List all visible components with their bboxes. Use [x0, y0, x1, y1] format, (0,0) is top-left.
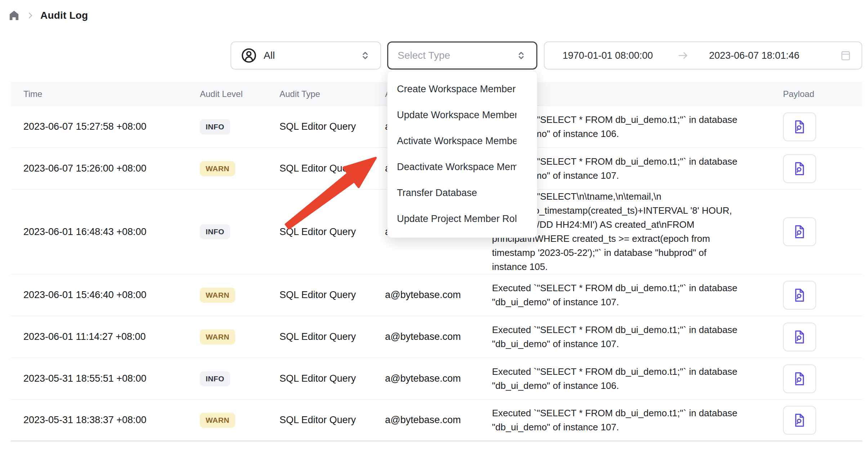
column-header-audit-type: Audit Type [279, 89, 385, 99]
row-time: 2023-06-01 15:46:40 +08:00 [23, 289, 147, 301]
type-dropdown-menu: Create Workspace MemberUpdate Workspace … [387, 71, 537, 238]
row-actor: a@bytebase.com [385, 331, 461, 342]
file-search-icon [792, 118, 807, 136]
row-actor: a@bytebase.com [385, 289, 461, 301]
calendar-icon[interactable] [840, 50, 851, 61]
audit-level-badge: INFO [200, 119, 230, 134]
type-dropdown-option[interactable]: Create Workspace Member [388, 76, 537, 102]
row-comment: Executed `"SELECT * FROM db_ui_demo.t1;"… [492, 281, 737, 309]
file-search-icon [792, 328, 807, 346]
file-search-icon [792, 223, 807, 240]
date-range-picker[interactable]: 1970-01-01 08:00:00 2023-06-07 18:01:46 [544, 41, 862, 70]
row-time: 2023-06-01 16:48:43 +08:00 [23, 226, 147, 238]
chevron-up-down-icon [359, 50, 371, 61]
row-time: 2023-06-07 15:27:58 +08:00 [23, 121, 147, 132]
row-time: 2023-05-31 18:38:37 +08:00 [23, 414, 147, 426]
audit-log-page: Audit Log All Select Type 1970-01-01 08:… [0, 0, 868, 457]
row-audit-type: SQL Editor Query [279, 414, 356, 426]
column-header-payload: Payload [778, 89, 862, 99]
type-dropdown-option-label: Update Project Member Role [397, 213, 516, 225]
row-audit-type: SQL Editor Query [279, 373, 356, 384]
row-audit-type: SQL Editor Query [279, 289, 356, 301]
type-dropdown-option-label: Update Workspace Member [397, 110, 516, 121]
row-time: 2023-06-07 15:26:00 +08:00 [23, 163, 147, 174]
filter-bar: All Select Type 1970-01-01 08:00:00 2023… [231, 41, 862, 70]
row-comment: Executed `"SELECT * FROM db_ui_demo.t1;"… [492, 365, 737, 393]
home-icon [8, 9, 20, 22]
audit-level-badge: INFO [200, 224, 230, 239]
type-dropdown-option-label: Transfer Database [397, 187, 516, 199]
breadcrumb: Audit Log [8, 9, 88, 22]
payload-view-button[interactable] [783, 406, 816, 435]
column-header-time: Time [11, 89, 200, 99]
payload-view-button[interactable] [783, 364, 816, 393]
type-dropdown-option-label: Activate Workspace Member [397, 136, 516, 147]
row-actor: a@bytebase.com [385, 373, 461, 384]
type-filter-select[interactable]: Select Type [387, 41, 537, 70]
table-row: 2023-05-31 18:38:37 +08:00 WARN SQL Edit… [11, 400, 862, 442]
payload-view-button[interactable] [783, 112, 816, 141]
row-audit-type: SQL Editor Query [279, 331, 356, 342]
page-title: Audit Log [40, 10, 88, 21]
table-row: 2023-06-01 11:14:27 +08:00 WARN SQL Edit… [11, 316, 862, 358]
type-dropdown-option-label: Deactivate Workspace Member [397, 161, 516, 173]
date-range-start[interactable]: 1970-01-01 08:00:00 [563, 50, 653, 61]
row-time: 2023-06-01 11:14:27 +08:00 [23, 331, 146, 342]
table-row: 2023-05-31 18:55:51 +08:00 INFO SQL Edit… [11, 358, 862, 400]
file-search-icon [792, 160, 807, 177]
row-audit-type: SQL Editor Query [279, 121, 356, 132]
row-comment: Executed `"SELECT * FROM db_ui_demo.t1;"… [492, 323, 737, 351]
file-search-icon [792, 287, 807, 304]
column-header-audit-level: Audit Level [200, 89, 279, 99]
type-dropdown-option-label: Create Workspace Member [397, 84, 516, 95]
chevron-right-icon [26, 11, 35, 20]
row-comment: Executed `"SELECT * FROM db_ui_demo.t1;"… [492, 406, 737, 434]
row-time: 2023-05-31 18:55:51 +08:00 [23, 373, 147, 384]
row-actor: a@bytebase.com [385, 414, 461, 426]
actor-filter-select[interactable]: All [231, 41, 381, 70]
audit-level-badge: WARN [200, 288, 235, 303]
row-audit-type: SQL Editor Query [279, 163, 356, 174]
actor-filter-value: All [264, 50, 359, 61]
type-filter-placeholder: Select Type [398, 50, 515, 61]
payload-view-button[interactable] [783, 154, 816, 183]
type-dropdown-option[interactable]: Deactivate Workspace Member [388, 154, 537, 180]
type-dropdown-option[interactable]: Activate Workspace Member [388, 128, 537, 154]
table-row: 2023-06-01 15:46:40 +08:00 WARN SQL Edit… [11, 274, 862, 316]
row-audit-type: SQL Editor Query [279, 226, 356, 238]
payload-view-button[interactable] [783, 281, 816, 310]
type-dropdown-option[interactable]: Update Workspace Member [388, 102, 537, 128]
audit-level-badge: WARN [200, 329, 235, 345]
chevron-up-down-icon [515, 50, 527, 61]
audit-level-badge: WARN [200, 161, 235, 176]
file-search-icon [792, 370, 807, 387]
type-dropdown-option[interactable]: Transfer Database [388, 180, 537, 206]
date-range-end[interactable]: 2023-06-07 18:01:46 [709, 50, 800, 61]
home-breadcrumb-link[interactable] [8, 9, 20, 22]
file-search-icon [792, 412, 807, 429]
type-dropdown-option[interactable]: Update Project Member Role [388, 206, 537, 232]
audit-level-badge: WARN [200, 413, 235, 428]
payload-view-button[interactable] [783, 323, 816, 351]
audit-level-badge: INFO [200, 371, 230, 386]
payload-view-button[interactable] [783, 217, 816, 246]
user-circle-icon [241, 47, 257, 64]
arrow-right-icon [677, 49, 689, 62]
